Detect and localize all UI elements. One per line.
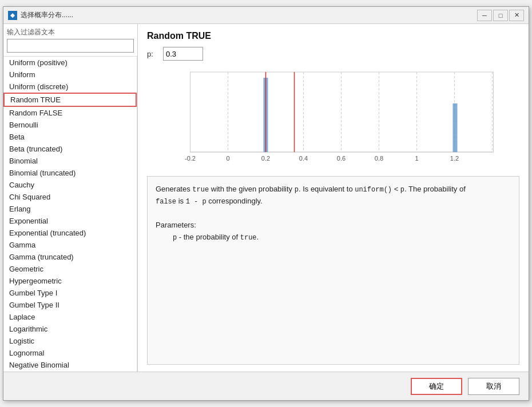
description-param-p: p - the probability of true. [156,232,511,244]
minimize-button[interactable]: ─ [477,10,492,21]
filter-area: 输入过滤器文本 [3,24,137,57]
svg-rect-11 [453,103,458,152]
svg-text:0.8: 0.8 [375,155,383,162]
desc-code-p2: p [400,186,404,194]
desc-param-code-true: true [240,234,257,242]
param-label-p: p: [147,50,158,58]
list-item[interactable]: Negative Binomial [3,359,137,371]
list-item[interactable]: Uniform (positive) [3,57,137,69]
distribution-list[interactable]: Uniform (positive)UniformUniform (discre… [3,57,137,372]
list-item[interactable]: Gumbel Type II [3,299,137,311]
title-bar: ◆ 选择概率分布...... ─ □ ✕ [3,7,529,24]
svg-text:0.4: 0.4 [299,155,308,162]
window-controls: ─ □ ✕ [477,10,524,21]
list-item[interactable]: Uniform [3,69,137,81]
list-item[interactable]: Bernoulli [3,119,137,131]
list-item[interactable]: Exponential (truncated) [3,227,137,239]
svg-text:0.6: 0.6 [337,155,346,162]
svg-text:0.2: 0.2 [261,155,270,162]
confirm-button[interactable]: 确定 [411,378,462,395]
list-item[interactable]: Binomial (truncated) [3,167,137,179]
list-item[interactable]: Gamma (truncated) [3,251,137,263]
param-input-p[interactable] [163,47,203,61]
list-item[interactable]: Cauchy [3,179,137,191]
window-title: 选择概率分布...... [21,10,73,20]
list-item[interactable]: Gumbel Type I [3,287,137,299]
app-icon: ◆ [8,11,17,20]
list-item[interactable]: Exponential [3,215,137,227]
title-bar-left: ◆ 选择概率分布...... [8,10,73,20]
list-item[interactable]: Geometric [3,263,137,275]
close-button[interactable]: ✕ [509,10,524,21]
distribution-chart: -0.2 0 0.2 0.4 0.6 0.8 1 1.2 [147,66,519,169]
cancel-button[interactable]: 取消 [468,378,519,395]
list-item[interactable]: Erlang [3,203,137,215]
list-item[interactable]: Lognormal [3,347,137,359]
main-window: ◆ 选择概率分布...... ─ □ ✕ 输入过滤器文本 Uniform (po… [3,6,529,401]
list-item[interactable]: Laplace [3,311,137,323]
distribution-title: Random TRUE [147,31,519,41]
list-item[interactable]: Hypergeometric [3,275,137,287]
footer: 确定 取消 [3,372,529,400]
filter-input[interactable] [7,39,134,53]
description-box: Generates true with the given probabilit… [147,176,519,365]
description-line2: false is 1 - p correspondingly. [156,195,511,208]
list-item[interactable]: Chi Squared [3,191,137,203]
desc-code-p1: p [295,186,299,194]
svg-text:1.2: 1.2 [450,155,459,162]
filter-label: 输入过滤器文本 [7,27,134,37]
list-item[interactable]: Random FALSE [3,107,137,119]
svg-rect-0 [190,72,494,152]
list-item[interactable]: Beta [3,131,137,143]
svg-text:1: 1 [415,155,418,162]
chart-area: -0.2 0 0.2 0.4 0.6 0.8 1 1.2 [147,66,519,169]
desc-code-uniform: uniform() [355,186,392,194]
right-panel: Random TRUE p: [138,24,529,372]
list-item[interactable]: Binomial [3,155,137,167]
desc-code-1mp: 1 - p [186,198,207,206]
list-item[interactable]: Beta (truncated) [3,143,137,155]
list-item[interactable]: Gamma [3,239,137,251]
content-area: 输入过滤器文本 Uniform (positive)UniformUniform… [3,24,529,372]
maximize-button[interactable]: □ [493,10,508,21]
description-line1: Generates true with the given probabilit… [156,183,511,195]
list-item[interactable]: Uniform (discrete) [3,81,137,93]
left-panel: 输入过滤器文本 Uniform (positive)UniformUniform… [3,24,138,372]
description-params-title: Parameters: [156,220,511,232]
list-item[interactable]: Logistic [3,335,137,347]
desc-param-code-p: p [173,234,177,242]
param-row-p: p: [147,47,519,61]
desc-code-false: false [156,198,176,206]
svg-text:0: 0 [226,155,229,162]
desc-code-true: true [192,186,209,194]
svg-text:-0.2: -0.2 [185,155,196,162]
list-item[interactable]: Logarithmic [3,323,137,335]
list-item[interactable]: Random TRUE [3,93,137,107]
